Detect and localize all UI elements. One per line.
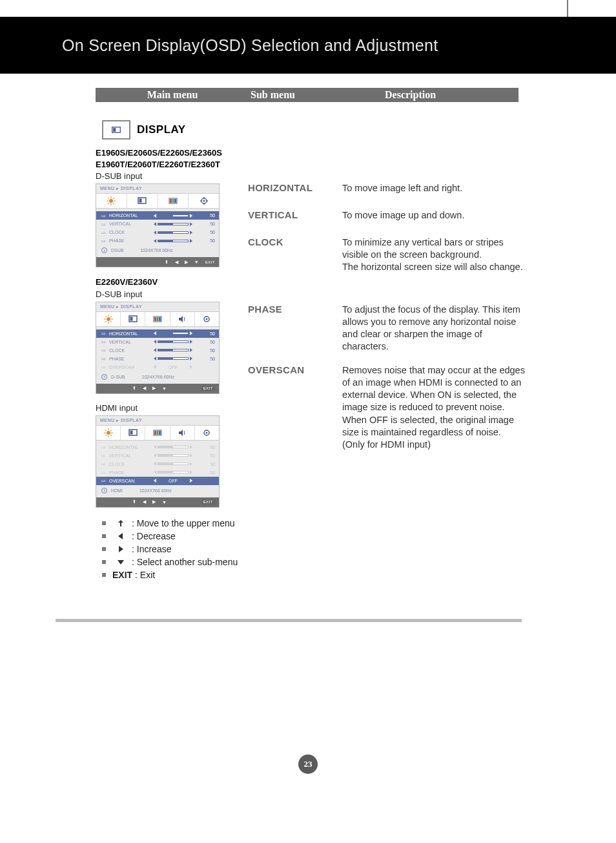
- main-menu-column: DISPLAY E1960S/E2060S/E2260S/E2360S E196…: [96, 120, 248, 581]
- page-number: 23: [298, 755, 318, 774]
- left-arrow-icon: [112, 532, 129, 541]
- desc-overscan: Removes noise that may occur at the edge…: [342, 364, 529, 451]
- svg-point-18: [203, 200, 205, 202]
- svg-rect-1: [113, 128, 116, 132]
- osd2b-row-horizontal: ▭HORIZONTAL50: [96, 443, 219, 452]
- osd2a-tab-display-icon: [121, 312, 145, 326]
- svg-marker-59: [118, 533, 123, 539]
- submenu-phase: PHASE: [248, 304, 282, 315]
- svg-rect-36: [157, 317, 159, 321]
- osd-screenshot-1: MENU ▸ DISPLAY ▭HORIZONTAL50 ▭VERTICAL50…: [96, 183, 220, 267]
- submenu-clock: CLOCK: [248, 236, 283, 247]
- svg-line-49: [110, 430, 112, 431]
- osd2b-row-clock: ▭CLOCK50: [96, 460, 219, 468]
- page-title: On Screen Display(OSD) Selection and Adj…: [62, 36, 438, 55]
- input-type-1: D-SUB input: [96, 171, 248, 181]
- svg-point-58: [206, 432, 208, 433]
- right-arrow-icon: [112, 545, 129, 554]
- sub-menu-column: HORIZONTAL VERTICAL CLOCK PHASE OVERSCAN: [248, 120, 342, 581]
- svg-point-2: [109, 199, 113, 203]
- input-type-2b: HDMI input: [96, 403, 248, 413]
- osd2b-tab-color-icon: [145, 426, 170, 440]
- osd2a-nav: ⬆◀▶▼ EXIT: [96, 384, 219, 393]
- content-area: Main menu Sub menu Description DISPLAY E…: [96, 88, 518, 581]
- osd2a-row-clock: ▭CLOCK50: [96, 346, 219, 355]
- desc-clock: To minimize any vertical bars or stripes…: [342, 236, 529, 273]
- svg-line-48: [105, 435, 107, 436]
- osd2b-row-vertical: ▭VERTICAL50: [96, 452, 219, 460]
- svg-line-30: [105, 321, 107, 322]
- down-arrow-icon: [112, 557, 129, 567]
- svg-point-23: [107, 317, 110, 321]
- osd1-tab-color-icon: [158, 194, 189, 208]
- input-type-2a: D-SUB input: [96, 289, 248, 299]
- svg-line-46: [105, 430, 107, 431]
- osd2b-tab-brightness-icon: [96, 426, 121, 440]
- header-main-menu: Main menu: [96, 89, 249, 101]
- svg-marker-38: [179, 316, 183, 322]
- osd1-row-horizontal: ▭HORIZONTAL50: [96, 211, 219, 220]
- svg-rect-55: [159, 431, 161, 435]
- svg-line-29: [110, 321, 112, 322]
- svg-line-31: [110, 316, 112, 317]
- osd2a-row-overscan: ▭OVERSCANOFF: [96, 363, 219, 371]
- svg-line-7: [108, 198, 109, 199]
- desc-phase: To adjust the focus of the display. This…: [342, 304, 529, 353]
- osd-screenshot-2b: MENU ▸ DISPLAY ▭HORIZONTAL50 ▭VERTICAL50…: [96, 415, 220, 508]
- svg-marker-61: [118, 560, 124, 565]
- header-description: Description: [359, 89, 518, 101]
- desc-horizontal: To move image left and right.: [342, 182, 529, 194]
- osd2a-tab-settings-icon: [195, 312, 219, 326]
- column-header: Main menu Sub menu Description: [96, 88, 518, 102]
- svg-rect-35: [154, 317, 156, 321]
- osd2a-tab-color-icon: [145, 312, 170, 326]
- osd1-row-clock: ▭CLOCK50: [96, 228, 219, 236]
- title-band: On Screen Display(OSD) Selection and Adj…: [0, 17, 616, 74]
- svg-rect-15: [172, 199, 174, 203]
- svg-marker-60: [119, 546, 123, 552]
- svg-line-9: [108, 203, 109, 204]
- bottom-rule: [56, 619, 522, 622]
- osd2b-tab-volume-icon: [170, 426, 195, 440]
- osd2b-row-phase: ▭PHASE50: [96, 468, 219, 477]
- osd2a-tab-brightness-icon: [96, 312, 121, 326]
- svg-line-10: [113, 198, 114, 199]
- svg-point-41: [107, 431, 110, 435]
- up-arrow-icon: [112, 519, 129, 528]
- submenu-overscan: OVERSCAN: [248, 364, 304, 375]
- svg-rect-51: [130, 430, 132, 434]
- svg-line-8: [113, 203, 114, 204]
- svg-rect-16: [174, 199, 176, 203]
- osd1-breadcrumb: MENU ▸ DISPLAY: [96, 184, 219, 193]
- osd-screenshot-2a: MENU ▸ DISPLAY ▭HORIZONTAL50 ▭VERTICAL50…: [96, 302, 220, 394]
- osd2b-tab-display-icon: [121, 426, 145, 440]
- submenu-horizontal: HORIZONTAL: [248, 182, 313, 193]
- osd1-tab-display-icon: [127, 194, 158, 208]
- svg-point-40: [206, 318, 208, 320]
- osd2a-tab-volume-icon: [170, 312, 195, 326]
- svg-rect-37: [159, 317, 161, 321]
- osd2a-row-vertical: ▭VERTICAL50: [96, 338, 219, 346]
- svg-marker-56: [179, 430, 183, 436]
- svg-rect-54: [157, 431, 159, 435]
- osd2b-nav: ⬆◀▶▼ EXIT: [96, 497, 219, 507]
- svg-rect-12: [139, 199, 142, 203]
- osd1-tab-brightness-icon: [96, 194, 127, 208]
- svg-line-28: [105, 316, 107, 317]
- top-divider: [567, 0, 568, 17]
- osd1-row-vertical: ▭VERTICAL50: [96, 220, 219, 228]
- model-list-1b: E1960T/E2060T/E2260T/E2360T: [96, 159, 248, 171]
- svg-line-47: [110, 435, 112, 436]
- display-label: DISPLAY: [137, 123, 186, 136]
- osd1-nav: ⬆◀▶▼ EXIT: [96, 257, 219, 267]
- svg-rect-33: [130, 317, 132, 320]
- legend: : Move to the upper menu : Decrease : In…: [102, 517, 248, 581]
- description-column: To move image left and right. To move im…: [342, 120, 518, 581]
- osd2a-row-phase: ▭PHASE50: [96, 355, 219, 363]
- model-list-2: E2260V/E2360V: [96, 276, 248, 288]
- display-icon: [102, 120, 130, 140]
- osd1-row-phase: ▭PHASE50: [96, 236, 219, 245]
- header-sub-menu: Sub menu: [249, 89, 359, 101]
- osd2b-row-overscan: ▭OVERSCANOFF: [96, 477, 219, 485]
- submenu-vertical: VERTICAL: [248, 209, 298, 220]
